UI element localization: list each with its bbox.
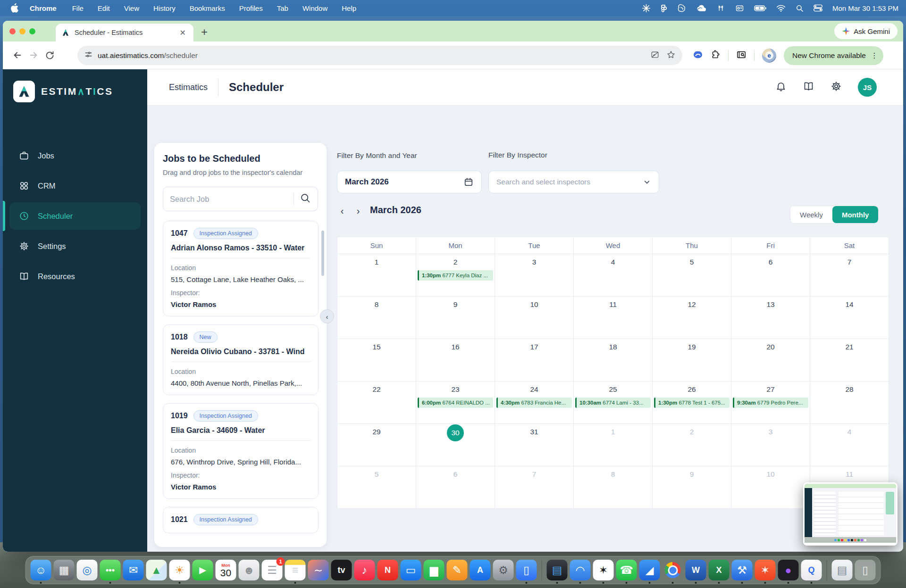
calendar-day-cell[interactable]: 2510:30am 6774 Lami - 33... <box>574 381 653 424</box>
calendar-day-cell[interactable]: 1 <box>574 424 653 466</box>
keystroke-starburst-icon[interactable] <box>642 4 651 13</box>
dock-app-iphone-mirroring[interactable]: ▯ <box>516 560 537 580</box>
dock-app-pages[interactable]: ✎ <box>447 560 468 580</box>
resources-book-icon[interactable] <box>803 81 814 94</box>
sidebar-item-crm[interactable]: CRM <box>9 172 141 199</box>
back-button[interactable] <box>9 47 25 63</box>
calendar-day-cell[interactable]: 21:30pm 6777 Keyla Diaz ... <box>416 254 495 297</box>
dock-app-mail[interactable]: ✉ <box>123 560 144 580</box>
inspector-select[interactable] <box>488 171 659 193</box>
new-chrome-available-button[interactable]: New Chrome available ⋮ <box>784 46 883 65</box>
dock-app-chatgpt[interactable]: ✶ <box>593 560 614 580</box>
calendar-day-cell[interactable]: 22 <box>337 381 416 424</box>
calendar-prev-button[interactable]: ‹ <box>336 206 348 216</box>
calendar-day-cell[interactable]: 20 <box>731 339 810 381</box>
job-card[interactable]: 1021 Inspection Assigned <box>163 507 319 533</box>
calendar-day-cell[interactable]: 5 <box>337 466 416 509</box>
job-card[interactable]: 1047 Inspection Assigned Adrian Alonso R… <box>163 221 319 316</box>
menubar-item-edit[interactable]: Edit <box>91 4 117 12</box>
dock-app-calendar[interactable]: Mon30 <box>216 560 236 580</box>
airpods-icon[interactable] <box>716 4 725 12</box>
calendar-day-cell[interactable]: 6 <box>731 254 810 297</box>
dock-app-xcode[interactable]: ⚒ <box>732 560 753 580</box>
calendar-event[interactable]: 9:30am 6779 Pedro Pere... <box>733 398 808 408</box>
dock-app-system-settings[interactable]: ⚙ <box>493 560 514 580</box>
calendar-day-cell[interactable]: 21 <box>810 339 889 381</box>
reload-button[interactable] <box>42 47 58 63</box>
calendar-day-cell[interactable]: 10 <box>495 297 574 339</box>
calendar-day-cell[interactable]: 4 <box>810 424 889 466</box>
apple-menu-icon[interactable] <box>8 3 21 13</box>
calendar-day-cell[interactable]: 29 <box>337 424 416 466</box>
dock-app-wallet[interactable]: ▤ <box>547 560 568 580</box>
wifi-icon[interactable] <box>776 5 786 12</box>
job-search-input[interactable] <box>170 195 288 204</box>
calendar-day-cell[interactable]: 13 <box>731 297 810 339</box>
profile-avatar[interactable]: e <box>762 49 776 63</box>
screenshot-preview-thumbnail[interactable] <box>803 482 898 546</box>
dock-app-excel[interactable]: X <box>709 560 730 580</box>
new-tab-button[interactable]: + <box>201 25 208 39</box>
dock-app-trash[interactable]: ▯ <box>855 560 876 580</box>
calendar-event[interactable]: 4:30pm 6783 Francia He... <box>496 398 572 408</box>
calendar-day-cell[interactable]: 12 <box>653 297 731 339</box>
calendar-day-cell[interactable]: 3 <box>495 254 574 297</box>
calendar-day-cell[interactable]: 7 <box>810 254 889 297</box>
dock-app-freeform[interactable]: ◠ <box>570 560 591 580</box>
calendar-day-cell[interactable]: 9 <box>653 466 731 509</box>
sidebar-item-settings[interactable]: Settings <box>9 232 141 260</box>
minimize-window-button[interactable] <box>19 28 25 34</box>
ask-gemini-button[interactable]: Ask Gemini <box>834 23 898 39</box>
menubar-item-help[interactable]: Help <box>335 4 363 12</box>
calendar-day-cell[interactable]: 236:00pm 6764 REINALDO ... <box>416 381 495 424</box>
blocked-content-icon[interactable] <box>650 50 660 61</box>
dock-app-notes[interactable]: ≡ <box>285 560 306 580</box>
url-bar[interactable]: uat.aiestimatics.com/scheduler <box>77 46 682 65</box>
dock-app-contacts[interactable]: ☻ <box>239 560 260 580</box>
calendar-day-cell[interactable]: 5 <box>653 254 731 297</box>
dock-app-whatsapp[interactable]: ☎ <box>616 560 637 580</box>
dock-app-chrome[interactable] <box>663 560 683 580</box>
dock-app-quicktime[interactable]: Q <box>801 560 822 580</box>
monthly-view-button[interactable]: Monthly <box>832 206 879 223</box>
browser-menu-icon[interactable]: ⋮ <box>871 52 878 59</box>
job-search-box[interactable] <box>163 187 318 211</box>
menubar-item-window[interactable]: Window <box>295 4 335 12</box>
calendar-day-cell[interactable]: 19 <box>653 339 731 381</box>
calendar-event[interactable]: 1:30pm 6778 Test 1 - 675... <box>654 398 730 408</box>
collapse-panel-button[interactable]: ‹ <box>320 309 334 323</box>
calendar-day-cell[interactable]: 11 <box>574 297 653 339</box>
calendar-event[interactable]: 10:30am 6774 Lami - 33... <box>575 398 651 408</box>
search-icon[interactable] <box>300 192 311 206</box>
calendar-day-cell[interactable]: 16 <box>416 339 495 381</box>
calendar-day-cell[interactable]: 261:30pm 6778 Test 1 - 675... <box>653 381 731 424</box>
menubar-item-profiles[interactable]: Profiles <box>232 4 270 12</box>
dock-app-safari[interactable]: ◎ <box>77 560 98 580</box>
chevron-down-icon[interactable] <box>643 178 651 186</box>
calendar-day-cell[interactable]: 1 <box>337 254 416 297</box>
dock-app-launchpad[interactable]: ▦ <box>54 560 75 580</box>
weekly-view-button[interactable]: Weekly <box>790 206 832 223</box>
dock-app-news[interactable]: N <box>378 560 398 580</box>
dock-app-messages[interactable]: ••• <box>100 560 121 580</box>
battery-icon[interactable] <box>754 5 766 11</box>
sidebar-item-jobs[interactable]: Jobs <box>9 142 141 169</box>
dock-app-app-store[interactable]: A <box>470 560 491 580</box>
spotlight-search-icon[interactable] <box>796 4 804 12</box>
calendar-event[interactable]: 1:30pm 6777 Keyla Diaz ... <box>418 270 493 281</box>
inspector-search-input[interactable] <box>496 178 643 186</box>
dock-app-numbers[interactable]: ▆ <box>424 560 445 580</box>
sidebar-item-scheduler[interactable]: Scheduler <box>9 202 141 230</box>
tab-close-icon[interactable]: ✕ <box>178 28 188 37</box>
dock-app-vscode[interactable]: ◢ <box>639 560 660 580</box>
dock-app-starburst-app[interactable]: ✶ <box>755 560 776 580</box>
settings-gear-icon[interactable] <box>830 81 842 94</box>
side-panel-search-icon[interactable] <box>736 50 747 61</box>
dock-app-finder[interactable]: ☺ <box>31 560 51 580</box>
site-settings-icon[interactable] <box>84 50 93 61</box>
menubar-clock[interactable]: Mon Mar 30 1:53 PM <box>832 4 898 12</box>
calendar-day-cell[interactable]: 30 <box>416 424 495 466</box>
control-center-icon[interactable] <box>814 4 822 12</box>
job-card[interactable]: 1018 New Nereida Olivio Cubano - 33781 -… <box>163 324 319 395</box>
calendar-event[interactable]: 6:00pm 6764 REINALDO ... <box>418 398 493 408</box>
